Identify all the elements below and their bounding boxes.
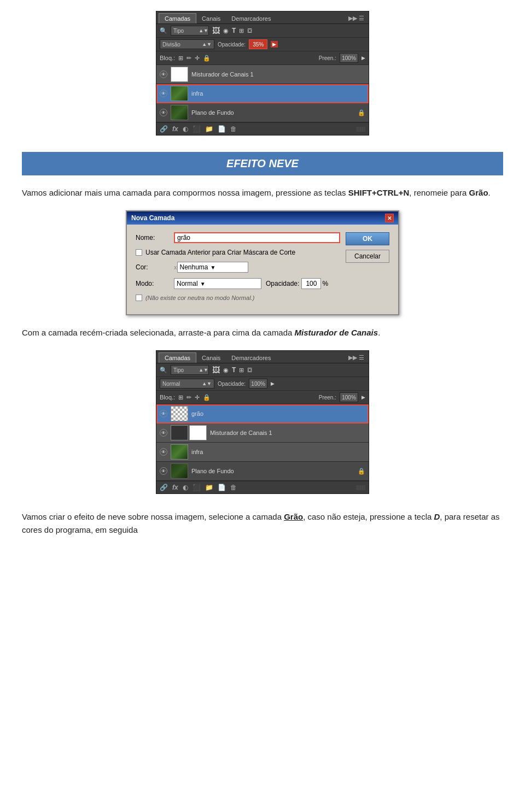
blend-mode-select2[interactable]: Normal ▲▼: [160, 379, 214, 389]
circle-half-icon[interactable]: ◐: [183, 125, 188, 133]
tab2-arrows: ▶▶ ☰: [348, 354, 366, 361]
fill-arrow[interactable]: ▶: [361, 55, 365, 61]
transform-icon: ⊞: [239, 27, 244, 34]
opacity-value2[interactable]: 100%: [249, 379, 267, 389]
fill-value2[interactable]: 100%: [340, 392, 358, 402]
panel1-tabs: Camadas Canais Demarcadores ▶▶ ☰: [156, 11, 369, 24]
layer-infra[interactable]: 👁 infra: [156, 84, 369, 103]
paragraph1: Vamos adicionar mais uma camada para com…: [22, 186, 503, 199]
eye-icon-plano[interactable]: 👁: [160, 109, 167, 116]
thumb2-grao: [171, 406, 188, 421]
gradient-icon2[interactable]: ⬛: [192, 484, 201, 491]
opacity-arrow[interactable]: ▶: [271, 41, 278, 48]
neutral-checkbox[interactable]: [136, 295, 142, 301]
fx-icon[interactable]: fx: [172, 125, 178, 133]
opacity-label2: Opacidade:: [218, 381, 246, 387]
cor-row: Cor: x Nenhuma ▼: [136, 262, 340, 273]
image-icon: 🖼: [212, 26, 220, 35]
tab2-canais[interactable]: Canais: [196, 353, 226, 363]
circle-icon: ◉: [223, 27, 229, 34]
shortcut-text: SHIFT+CTRL+N: [348, 188, 410, 197]
cor-label: Cor:: [136, 263, 174, 271]
layer-plano-fundo[interactable]: 👁 Plano de Fundo 🔒: [156, 103, 369, 122]
circle-half-icon2[interactable]: ◐: [183, 484, 188, 491]
layer-misturador[interactable]: 👁 Misturador de Canais 1: [156, 65, 369, 84]
thumb2-mist-white: [189, 425, 207, 440]
lock-label2: Bloq.:: [160, 394, 175, 401]
eye-icon2-mist[interactable]: 👁: [160, 429, 167, 437]
lock-icon2-1: ⊞: [178, 394, 183, 401]
d-key-text: D: [434, 512, 440, 521]
eye-icon2-infra[interactable]: 👁: [160, 448, 167, 456]
panel1-blend-row: Divisão ▲▼ Opacidade: 35% ▶: [156, 38, 369, 51]
link-icon2[interactable]: 🔗: [160, 484, 168, 491]
blend-mode-select[interactable]: Divisão ▲▼: [160, 39, 214, 49]
layer-name-plano: Plano de Fundo: [191, 109, 234, 116]
new-layer-icon2[interactable]: 📄: [218, 484, 226, 491]
eye-icon2-grao[interactable]: 👁: [160, 410, 167, 417]
nova-camada-dialog: Nova Camada ✕ Nome: Usar C: [126, 210, 399, 315]
lock-icon2-2: ✏: [186, 394, 191, 401]
link-icon[interactable]: 🔗: [160, 125, 168, 133]
fill-label2: Preen.:: [319, 395, 336, 401]
tab2-demarcadores[interactable]: Demarcadores: [226, 353, 276, 363]
panel1-lock-row: Bloq.: ⊞ ✏ ✛ 🔒 Preen.: 100% ▶: [156, 51, 369, 65]
bottom-icons2: 🔗 fx ◐ ⬛ 📁 📄 🗑: [160, 484, 237, 491]
trash-icon[interactable]: 🗑: [230, 125, 237, 133]
page-content: Camadas Canais Demarcadores ▶▶ ☰ 🔍 Tipo …: [0, 0, 525, 569]
modo-select[interactable]: Normal ▼: [174, 278, 261, 289]
new-layer-icon[interactable]: 📄: [218, 125, 226, 133]
nova-camada-wrapper: Nova Camada ✕ Nome: Usar C: [22, 210, 503, 315]
eye-icon2-plano[interactable]: 👁: [160, 467, 167, 475]
grao-underline: Grão: [284, 512, 303, 521]
text-icon: T: [232, 27, 236, 34]
tipo-select2[interactable]: Tipo ▲▼: [171, 365, 209, 375]
layer2-grao[interactable]: 👁 grão: [156, 404, 369, 423]
folder-icon2[interactable]: 📁: [205, 484, 213, 491]
fill-arrow2[interactable]: ▶: [361, 395, 365, 400]
cancel-button[interactable]: Cancelar: [346, 250, 389, 263]
fill-value[interactable]: 100%: [340, 53, 358, 63]
opacity-value[interactable]: 35%: [249, 39, 267, 49]
panel1-wrapper: Camadas Canais Demarcadores ▶▶ ☰ 🔍 Tipo …: [22, 11, 503, 136]
plano2-lock-icon: 🔒: [358, 468, 365, 475]
opacity-arrow2[interactable]: ▶: [271, 381, 275, 386]
tipo-select[interactable]: Tipo ▲▼: [171, 26, 209, 36]
plano-lock-icon: 🔒: [358, 109, 365, 116]
tab2-camadas[interactable]: Camadas: [159, 352, 196, 363]
panel2-wrapper: Camadas Canais Demarcadores ▶▶ ☰ 🔍 Tipo …: [22, 350, 503, 494]
panel1: Camadas Canais Demarcadores ▶▶ ☰ 🔍 Tipo …: [156, 11, 369, 136]
layer2-name-mist: Misturador de Canais 1: [210, 429, 272, 436]
fill-label: Preen.:: [319, 55, 336, 61]
tab-camadas[interactable]: Camadas: [159, 13, 196, 23]
dialog-close-button[interactable]: ✕: [385, 214, 394, 222]
panel2: Camadas Canais Demarcadores ▶▶ ☰ 🔍 Tipo …: [156, 350, 369, 494]
trash-icon2[interactable]: 🗑: [230, 484, 237, 491]
mask-checkbox[interactable]: [136, 249, 142, 256]
panel1-toolbar: 🔍 Tipo ▲▼ 🖼 ◉ T ⊞ ⛋: [156, 24, 369, 38]
section-header: EFEITO NEVE: [22, 152, 503, 175]
fx-icon2[interactable]: fx: [172, 484, 178, 491]
eye-icon[interactable]: 👁: [160, 70, 167, 78]
gradient-icon[interactable]: ⬛: [192, 125, 201, 133]
nome-input[interactable]: [174, 232, 340, 243]
dialog-titlebar: Nova Camada ✕: [127, 211, 398, 225]
lock-icon4: 🔒: [203, 55, 211, 62]
eye-icon-infra[interactable]: 👁: [160, 90, 167, 97]
tab-canais[interactable]: Canais: [196, 14, 226, 23]
panel2-toolbar: 🔍 Tipo ▲▼ 🖼 ◉ T ⊞ ⛋: [156, 363, 369, 377]
modo-row: Modo: Normal ▼ Opacidade: 100 %: [136, 278, 340, 289]
opacity-input-dialog[interactable]: 100: [301, 278, 321, 289]
thumb-misturador: [171, 67, 188, 82]
neutral-row: (Não existe cor neutra no modo Normal.): [136, 295, 340, 301]
neutral-text: (Não existe cor neutra no modo Normal.): [145, 295, 254, 301]
cor-select[interactable]: Nenhuma ▼: [177, 262, 248, 273]
modo-arrow: ▼: [200, 281, 206, 287]
layer2-misturador[interactable]: 👁 Misturador de Canais 1: [156, 423, 369, 443]
ok-button[interactable]: OK: [346, 232, 389, 245]
layer2-infra[interactable]: 👁 infra: [156, 443, 369, 462]
tab-demarcadores[interactable]: Demarcadores: [226, 14, 276, 23]
layer2-plano[interactable]: 👁 Plano de Fundo 🔒: [156, 462, 369, 481]
tab-arrows: ▶▶ ☰: [348, 15, 366, 22]
folder-icon[interactable]: 📁: [205, 125, 213, 133]
